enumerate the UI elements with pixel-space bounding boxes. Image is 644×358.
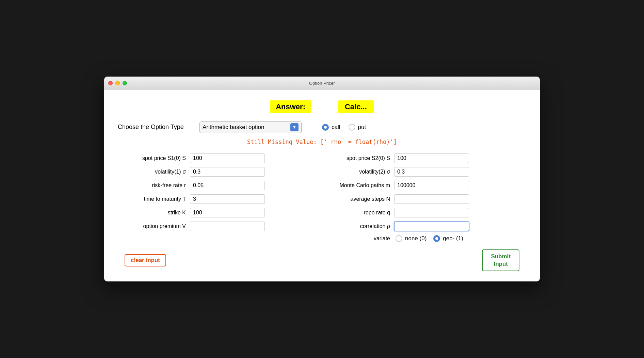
s2-label: spot price S2(0) S (322, 155, 390, 161)
vol1-label: volatility(1) σ (118, 169, 186, 175)
put-label: put (358, 124, 366, 131)
none-radio[interactable]: none (0) (396, 235, 426, 242)
geo-radio[interactable]: geo- (1) (433, 235, 463, 242)
input-row-T: time to maturity T (118, 194, 322, 204)
input-grid: spot price S1(0) S volatility(1) σ risk-… (118, 153, 526, 246)
N-label: average steps N (322, 196, 390, 202)
s1-input[interactable] (190, 153, 265, 163)
call-radio[interactable]: call (322, 124, 340, 131)
input-row-s2: spot price S2(0) S (322, 153, 526, 163)
top-bar: Answer: Calc... (118, 97, 526, 113)
call-label: call (332, 124, 340, 131)
T-label: time to maturity T (118, 196, 186, 202)
K-label: strike K (118, 210, 186, 216)
vol2-input[interactable] (394, 167, 469, 177)
minimize-button[interactable] (115, 81, 120, 85)
none-radio-circle[interactable] (396, 235, 402, 242)
call-put-group: call put (322, 124, 366, 131)
geo-radio-circle[interactable] (433, 235, 440, 242)
left-inputs: spot price S1(0) S volatility(1) σ risk-… (118, 153, 322, 246)
none-label: none (0) (405, 235, 426, 242)
submit-line2: Input (494, 261, 508, 267)
m-label: Monte Carlo paths m (322, 182, 390, 189)
vol1-input[interactable] (190, 167, 265, 177)
put-radio[interactable]: put (349, 124, 366, 131)
K-input[interactable] (190, 208, 265, 217)
call-radio-circle[interactable] (322, 124, 329, 131)
window-title: Option Pricer (309, 81, 335, 86)
N-input[interactable] (394, 194, 469, 204)
input-row-K: strike K (118, 208, 322, 217)
s2-input[interactable] (394, 153, 469, 163)
variate-options: none (0) geo- (1) (396, 235, 463, 242)
geo-label: geo- (1) (443, 235, 463, 242)
input-row-rho: correlation ρ (322, 222, 526, 231)
option-type-label: Choose the Option Type (118, 124, 193, 131)
rho-label: correlation ρ (322, 223, 390, 229)
V-input[interactable] (190, 222, 265, 231)
dropdown-arrow-icon: ▼ (290, 123, 299, 131)
input-row-V: option premium V (118, 222, 322, 231)
input-row-m: Monte Carlo paths m (322, 181, 526, 190)
m-input[interactable] (394, 181, 469, 190)
vol2-label: volatility(2) σ (322, 169, 390, 175)
bottom-bar: clear input Submit Input (118, 249, 526, 271)
r-label: risk-free rate r (118, 182, 186, 189)
close-button[interactable] (108, 81, 113, 85)
maximize-button[interactable] (123, 81, 127, 85)
rho-input[interactable] (394, 222, 469, 231)
q-label: repo rate q (322, 210, 390, 216)
option-type-selected: Arithmetic basket option (203, 124, 288, 131)
put-radio-circle[interactable] (349, 124, 355, 131)
traffic-lights (108, 81, 127, 85)
answer-label: Answer: (270, 100, 311, 113)
variate-row: variate none (0) geo- (1) (322, 235, 526, 242)
s1-label: spot price S1(0) S (118, 155, 186, 161)
window-content: Answer: Calc... Choose the Option Type A… (104, 90, 540, 281)
input-row-s1: spot price S1(0) S (118, 153, 322, 163)
missing-value-message: Still Missing Value: [' rho_ = float(rho… (118, 139, 526, 145)
app-window: Option Pricer Answer: Calc... Choose the… (104, 77, 540, 281)
input-row-vol1: volatility(1) σ (118, 167, 322, 177)
clear-input-button[interactable]: clear input (125, 254, 166, 266)
right-inputs: spot price S2(0) S volatility(2) σ Monte… (322, 153, 526, 246)
titlebar: Option Pricer (104, 77, 540, 90)
option-type-dropdown[interactable]: Arithmetic basket option ▼ (199, 121, 302, 133)
input-row-N: average steps N (322, 194, 526, 204)
T-input[interactable] (190, 194, 265, 204)
input-row-vol2: volatility(2) σ (322, 167, 526, 177)
input-row-r: risk-free rate r (118, 181, 322, 190)
calc-button[interactable]: Calc... (338, 100, 374, 113)
variate-label: variate (322, 235, 390, 242)
option-type-row: Choose the Option Type Arithmetic basket… (118, 121, 526, 133)
submit-button[interactable]: Submit Input (482, 249, 519, 271)
input-row-q: repo rate q (322, 208, 526, 217)
r-input[interactable] (190, 181, 265, 190)
V-label: option premium V (118, 223, 186, 229)
q-input[interactable] (394, 208, 469, 217)
submit-line1: Submit (491, 253, 511, 260)
